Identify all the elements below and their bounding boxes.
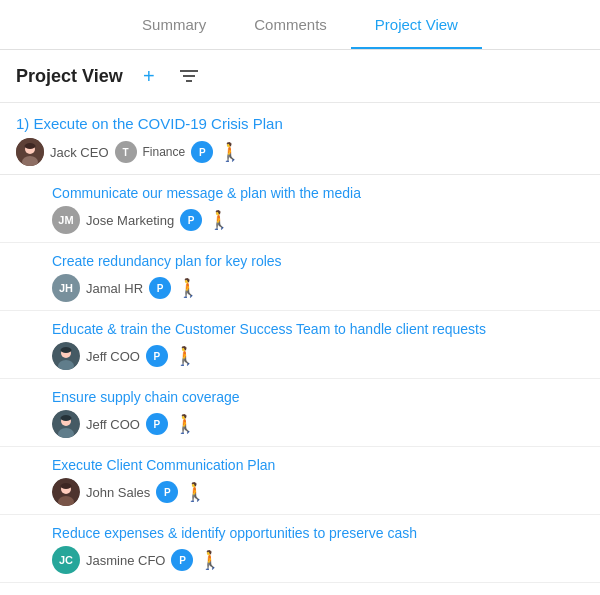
subtask-title[interactable]: Execute Client Communication Plan xyxy=(52,457,584,473)
page-title: Project View xyxy=(16,66,123,87)
badge-p: P xyxy=(156,481,178,503)
svg-point-10 xyxy=(61,347,72,353)
walk-icon: 🚶 xyxy=(219,143,241,161)
avatar-image xyxy=(52,342,80,370)
avatar: JM xyxy=(52,206,80,234)
tab-summary[interactable]: Summary xyxy=(118,2,230,49)
avatar-image xyxy=(52,478,80,506)
avatar: JH xyxy=(52,274,80,302)
walk-icon: 🚶 xyxy=(184,483,206,501)
badge-p: P xyxy=(149,277,171,299)
subtask-row: Reduce expenses & identify opportunities… xyxy=(0,515,600,583)
badge-p: P xyxy=(191,141,213,163)
svg-point-18 xyxy=(61,483,72,489)
assignee-name: Jamal HR xyxy=(86,281,143,296)
project-assignees: Jack CEO T Finance P 🚶 xyxy=(16,138,584,166)
walk-icon: 🚶 xyxy=(199,551,221,569)
assignee-name: Jack CEO xyxy=(50,145,109,160)
subtask-row: Create redundancy plan for key roles JH … xyxy=(0,243,600,311)
walk-icon: 🚶 xyxy=(208,211,230,229)
assignee-name: Jeff COO xyxy=(86,417,140,432)
subtask-assignees: JC Jasmine CFO P 🚶 xyxy=(52,546,584,574)
assignee-name: John Sales xyxy=(86,485,150,500)
assignee-name: Jeff COO xyxy=(86,349,140,364)
subtask-assignees: JH Jamal HR P 🚶 xyxy=(52,274,584,302)
tab-comments[interactable]: Comments xyxy=(230,2,351,49)
filter-icon xyxy=(180,69,198,83)
assignee-name: Jasmine CFO xyxy=(86,553,165,568)
badge-p: P xyxy=(146,345,168,367)
project-row: 1) Execute on the COVID-19 Crisis Plan J… xyxy=(0,103,600,175)
subtask-assignees: John Sales P 🚶 xyxy=(52,478,584,506)
walk-icon: 🚶 xyxy=(174,347,196,365)
avatar xyxy=(52,478,80,506)
assignee-name: Jose Marketing xyxy=(86,213,174,228)
subtask-title[interactable]: Ensure supply chain coverage xyxy=(52,389,584,405)
subtask-row: Ensure supply chain coverage Jeff COO P … xyxy=(0,379,600,447)
subtask-title[interactable]: Educate & train the Customer Success Tea… xyxy=(52,321,584,337)
add-button[interactable]: + xyxy=(135,62,163,90)
walk-icon: 🚶 xyxy=(174,415,196,433)
subtask-assignees: JM Jose Marketing P 🚶 xyxy=(52,206,584,234)
svg-point-14 xyxy=(61,415,72,421)
badge-t: T xyxy=(115,141,137,163)
avatar xyxy=(52,410,80,438)
filter-button[interactable] xyxy=(175,62,203,90)
badge-p: P xyxy=(171,549,193,571)
project-title[interactable]: 1) Execute on the COVID-19 Crisis Plan xyxy=(16,115,584,132)
avatar xyxy=(16,138,44,166)
svg-point-6 xyxy=(25,143,36,149)
subtask-row: Communicate our message & plan with the … xyxy=(0,175,600,243)
subtask-row: Educate & train the Customer Success Tea… xyxy=(0,311,600,379)
subtask-title[interactable]: Communicate our message & plan with the … xyxy=(52,185,584,201)
finance-label: Finance xyxy=(143,145,186,159)
badge-p: P xyxy=(146,413,168,435)
avatar-image xyxy=(52,410,80,438)
avatar-image xyxy=(16,138,44,166)
tab-bar: Summary Comments Project View xyxy=(0,0,600,50)
subtask-assignees: Jeff COO P 🚶 xyxy=(52,342,584,370)
walk-icon: 🚶 xyxy=(177,279,199,297)
subtask-title[interactable]: Reduce expenses & identify opportunities… xyxy=(52,525,584,541)
tab-project-view[interactable]: Project View xyxy=(351,2,482,49)
avatar xyxy=(52,342,80,370)
subtask-title[interactable]: Create redundancy plan for key roles xyxy=(52,253,584,269)
badge-p: P xyxy=(180,209,202,231)
avatar: JC xyxy=(52,546,80,574)
page-header: Project View + xyxy=(0,50,600,103)
subtask-row: Execute Client Communication Plan John S… xyxy=(0,447,600,515)
subtask-assignees: Jeff COO P 🚶 xyxy=(52,410,584,438)
